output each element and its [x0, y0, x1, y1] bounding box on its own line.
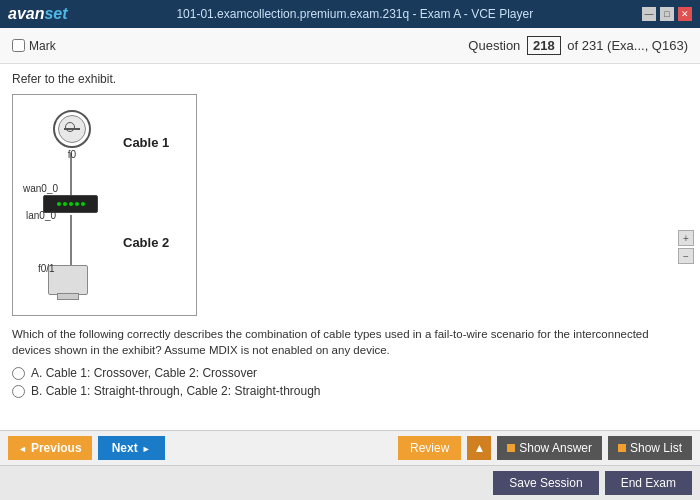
wan-label: wan0_0	[23, 183, 58, 194]
switch-lights	[57, 202, 85, 206]
refer-text: Refer to the exhibit.	[12, 72, 688, 86]
show-answer-icon	[507, 444, 515, 452]
radio-a[interactable]	[12, 367, 25, 380]
app-logo: avanset	[8, 5, 68, 23]
mark-control: Mark	[12, 39, 56, 53]
router-icon: f0	[53, 110, 91, 160]
router-circle	[53, 110, 91, 148]
radio-b[interactable]	[12, 385, 25, 398]
answer-options: A. Cable 1: Crossover, Cable 2: Crossove…	[12, 366, 688, 398]
switch-light-4	[75, 202, 79, 206]
answer-text-a: A. Cable 1: Crossover, Cable 2: Crossove…	[31, 366, 257, 380]
window-controls: — □ ✕	[642, 7, 692, 21]
f01-label: f0/1	[38, 263, 55, 274]
exhibit-box: f0 wan0_0	[12, 94, 197, 316]
review-dropdown-button[interactable]: ▲	[467, 436, 491, 460]
title-bar: avanset 101-01.examcollection.premium.ex…	[0, 0, 700, 28]
network-diagram: f0 wan0_0	[23, 105, 183, 305]
switch-light-5	[81, 202, 85, 206]
question-number: 218	[527, 36, 561, 55]
mark-checkbox[interactable]	[12, 39, 25, 52]
answer-text-b: B. Cable 1: Straight-through, Cable 2: S…	[31, 384, 321, 398]
switch-light-3	[69, 202, 73, 206]
show-list-icon	[618, 444, 626, 452]
minimize-button[interactable]: —	[642, 7, 656, 21]
router-inner	[58, 115, 86, 143]
previous-button[interactable]: Previous	[8, 436, 92, 460]
save-session-button[interactable]: Save Session	[493, 471, 598, 495]
review-label: Review	[410, 441, 449, 455]
cable1-label: Cable 1	[123, 135, 169, 150]
question-info: Question 218 of 231 (Exa..., Q163)	[468, 36, 688, 55]
next-label: Next	[112, 441, 138, 455]
bottom-row: Save Session End Exam	[0, 465, 700, 500]
scroll-down-button[interactable]: −	[678, 248, 694, 264]
previous-label: Previous	[31, 441, 82, 455]
switch-light-1	[57, 202, 61, 206]
question-label: Question	[468, 38, 520, 53]
content-area: Refer to the exhibit. f0	[0, 64, 700, 430]
switch-light-2	[63, 202, 67, 206]
answer-option-b: B. Cable 1: Straight-through, Cable 2: S…	[12, 384, 688, 398]
cable2-label: Cable 2	[123, 235, 169, 250]
show-list-button[interactable]: Show List	[608, 436, 692, 460]
review-button[interactable]: Review	[398, 436, 461, 460]
mark-label: Mark	[29, 39, 56, 53]
bottom-toolbar: Previous Next Review ▲ Show Answer Show …	[0, 430, 700, 465]
maximize-button[interactable]: □	[660, 7, 674, 21]
next-button[interactable]: Next	[98, 436, 165, 460]
question-total: of 231 (Exa..., Q163)	[567, 38, 688, 53]
main-content: Mark Question 218 of 231 (Exa..., Q163) …	[0, 28, 700, 500]
close-button[interactable]: ✕	[678, 7, 692, 21]
prev-chevron-icon	[18, 441, 27, 455]
show-answer-button[interactable]: Show Answer	[497, 436, 602, 460]
answer-option-a: A. Cable 1: Crossover, Cable 2: Crossove…	[12, 366, 688, 380]
question-header: Mark Question 218 of 231 (Exa..., Q163)	[0, 28, 700, 64]
next-chevron-icon	[142, 441, 151, 455]
lan-label: lan0_0	[26, 210, 56, 221]
show-answer-label: Show Answer	[519, 441, 592, 455]
question-text: Which of the following correctly describ…	[12, 326, 688, 358]
end-exam-button[interactable]: End Exam	[605, 471, 692, 495]
scroll-controls: + −	[678, 230, 694, 264]
scroll-up-button[interactable]: +	[678, 230, 694, 246]
window-title: 101-01.examcollection.premium.exam.231q …	[176, 7, 533, 21]
f0-label: f0	[53, 149, 91, 160]
show-list-label: Show List	[630, 441, 682, 455]
